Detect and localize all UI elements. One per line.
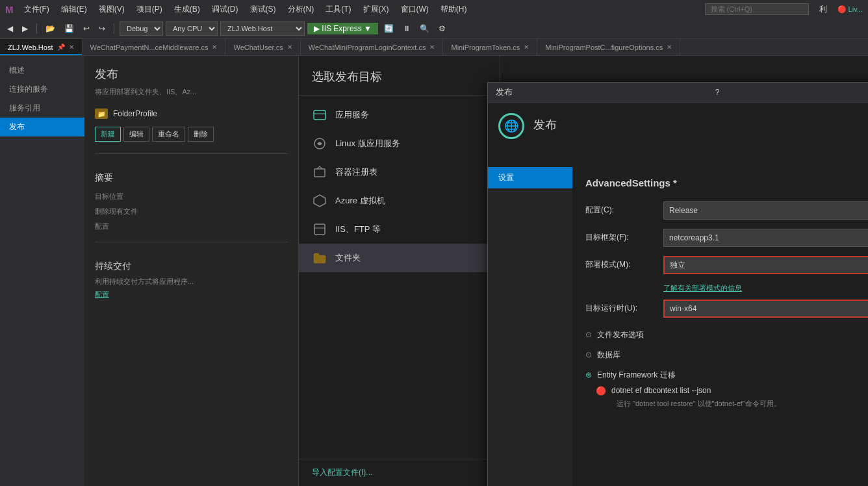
forward-button[interactable]: ▶: [19, 23, 31, 34]
folder-label: 文件夹: [335, 252, 361, 264]
svg-rect-3: [314, 169, 325, 177]
tab-label: WeChatPaymentN...ceMiddleware.cs: [90, 44, 209, 51]
ef-migration-header[interactable]: ⊛ Entity Framework 迁移: [585, 367, 868, 383]
tab-wechat-middleware[interactable]: WeChatPaymentN...ceMiddleware.cs ✕: [83, 39, 226, 55]
config-dropdown[interactable]: Debug: [120, 21, 163, 36]
tab-wechat-user[interactable]: WeChatUser.cs ✕: [225, 39, 300, 55]
deployment-mode-select[interactable]: 独立: [663, 256, 868, 274]
tab-close-icon[interactable]: ✕: [287, 44, 292, 51]
sidebar: 概述 连接的服务 服务引用 发布: [0, 56, 84, 486]
new-profile-button[interactable]: 新建: [95, 127, 121, 142]
svg-rect-5: [314, 224, 325, 235]
sidebar-item-publish[interactable]: 发布: [0, 118, 84, 136]
target-iis-ftp[interactable]: IIS、FTP 等: [299, 215, 500, 244]
menu-analyze[interactable]: 分析(N): [283, 3, 320, 16]
browse-button[interactable]: 🔍: [416, 23, 433, 34]
tab-miniprogram-token[interactable]: MiniProgramToken.cs ✕: [443, 39, 537, 55]
database-header[interactable]: ⊙ 数据库: [585, 347, 868, 363]
deployment-label: 部署模式(M):: [585, 259, 657, 270]
psd-inner: 设置 AdvancedSettings * 配置(C): Release: [488, 122, 868, 487]
tab-label: MiniProgramToken.cs: [451, 44, 520, 51]
menu-debug[interactable]: 调试(D): [207, 3, 244, 16]
publish-panel-desc: 将应用部署到文件夹、IIS、Az...: [84, 87, 298, 105]
psd-nav-settings[interactable]: 设置: [488, 167, 572, 188]
framework-select[interactable]: netcoreapp3.1: [663, 229, 868, 247]
azure-vm-icon: [312, 193, 327, 209]
edit-profile-button[interactable]: 编辑: [123, 127, 149, 142]
file-publish-section: ⊙ 文件发布选项: [585, 327, 868, 343]
psd-dialog-title: 发布: [496, 86, 513, 98]
menu-project[interactable]: 项目(P): [131, 3, 168, 16]
rename-profile-button[interactable]: 重命名: [152, 127, 185, 142]
platform-dropdown[interactable]: Any CPU: [166, 21, 218, 36]
tab-label: MiniProgramPostC...figureOptions.cs: [545, 44, 663, 51]
target-app-service[interactable]: 应用服务: [299, 101, 500, 129]
psd-nav: 设置: [488, 167, 572, 487]
tabs-bar: ZLJ.Web.Host 📌 ✕ WeChatPaymentN...ceMidd…: [0, 39, 868, 56]
deployment-mode-note[interactable]: 了解有关部署模式的信息: [585, 283, 868, 293]
delete-profile-button[interactable]: 删除: [188, 127, 214, 142]
menu-tools[interactable]: 工具(T): [320, 3, 356, 16]
publish-action-buttons: 新建 编辑 重命名 删除: [84, 123, 298, 146]
iis-ftp-icon: [312, 222, 327, 237]
target-folder[interactable]: 文件夹: [299, 244, 500, 272]
save-file-button[interactable]: 💾: [61, 23, 77, 34]
svg-marker-4: [314, 195, 326, 207]
publish-profile-row: 📁 FolderProfile: [84, 105, 298, 123]
menu-help[interactable]: 帮助(H): [435, 3, 472, 16]
config-select[interactable]: Release: [663, 201, 868, 220]
psd-settings-title: AdvancedSettings *: [585, 177, 868, 188]
file-publish-header[interactable]: ⊙ 文件发布选项: [585, 327, 868, 343]
menu-extensions[interactable]: 扩展(X): [358, 3, 394, 16]
title-bar: M 文件(F) 编辑(E) 视图(V) 项目(P) 生成(B) 调试(D) 测试…: [0, 0, 868, 18]
app-service-label: 应用服务: [335, 109, 369, 121]
tab-pin-icon: 📌: [57, 44, 65, 51]
cd-config-link[interactable]: 配置: [95, 290, 288, 300]
menu-bar: 文件(F) 编辑(E) 视图(V) 项目(P) 生成(B) 调试(D) 测试(S…: [19, 3, 472, 16]
back-button[interactable]: ◀: [4, 23, 16, 34]
menu-build[interactable]: 生成(B): [169, 3, 205, 16]
context-area: 发布 将应用部署到文件夹、IIS、Az... 📁 FolderProfile 新…: [84, 56, 868, 486]
menu-window[interactable]: 窗口(W): [396, 3, 434, 16]
tab-close-icon[interactable]: ✕: [667, 44, 672, 51]
target-container-registry[interactable]: 容器注册表: [299, 158, 500, 186]
tab-close-icon[interactable]: ✕: [212, 44, 217, 51]
tab-close-icon[interactable]: ✕: [524, 44, 529, 51]
title-search-input[interactable]: [705, 3, 809, 15]
undo-button[interactable]: ↩: [80, 23, 93, 34]
toolbar: ◀ ▶ 📂 💾 ↩ ↪ Debug Any CPU ZLJ.Web.Host ▶…: [0, 18, 868, 39]
runtime-select-wrapper: win-x64: [663, 300, 868, 318]
target-azure-vm[interactable]: Azure 虚拟机: [299, 186, 500, 215]
deployment-select-wrapper: 独立: [663, 256, 868, 274]
run-button[interactable]: ▶ IIS Express ▼: [307, 23, 378, 34]
help-button[interactable]: ?: [715, 88, 720, 97]
menu-view[interactable]: 视图(V): [94, 3, 130, 16]
sidebar-item-connected-services[interactable]: 连接的服务: [0, 80, 84, 99]
refresh-button[interactable]: 🔄: [381, 23, 397, 34]
target-linux-app-service[interactable]: Linux 版应用服务: [299, 129, 500, 158]
menu-test[interactable]: 测试(S): [245, 3, 281, 16]
project-dropdown[interactable]: ZLJ.Web.Host: [220, 21, 305, 36]
redo-button[interactable]: ↪: [96, 23, 108, 34]
sidebar-item-service-reference[interactable]: 服务引用: [0, 99, 84, 118]
pause-button[interactable]: ⏸: [400, 23, 414, 34]
menu-file[interactable]: 文件(F): [19, 3, 55, 16]
runtime-select[interactable]: win-x64: [663, 300, 868, 318]
import-config-link[interactable]: 导入配置文件(I)...: [312, 467, 372, 478]
tab-zlj-web-host[interactable]: ZLJ.Web.Host 📌 ✕: [0, 39, 83, 55]
tab-miniprogram-options[interactable]: MiniProgramPostC...figureOptions.cs ✕: [537, 39, 680, 55]
tab-wechat-login-context[interactable]: WeChatMiniProgramLoginContext.cs ✕: [301, 39, 444, 55]
tab-close-icon[interactable]: ✕: [69, 44, 74, 51]
divider-1: [95, 153, 288, 154]
attach-button[interactable]: ⚙: [435, 23, 449, 34]
publish-panel-title: 发布: [84, 56, 298, 87]
live-share-label[interactable]: 🔴 Liv...: [837, 5, 863, 14]
container-registry-icon: [312, 164, 327, 180]
folder-profile-icon: 📁: [95, 109, 108, 119]
menu-edit[interactable]: 编辑(E): [56, 3, 92, 16]
file-publish-label: 文件发布选项: [597, 329, 644, 340]
tab-close-icon[interactable]: ✕: [429, 44, 435, 51]
ef-error-text: dotnet ef dbcontext list --json: [611, 386, 711, 395]
open-file-button[interactable]: 📂: [42, 23, 58, 34]
sidebar-item-overview[interactable]: 概述: [0, 61, 84, 80]
